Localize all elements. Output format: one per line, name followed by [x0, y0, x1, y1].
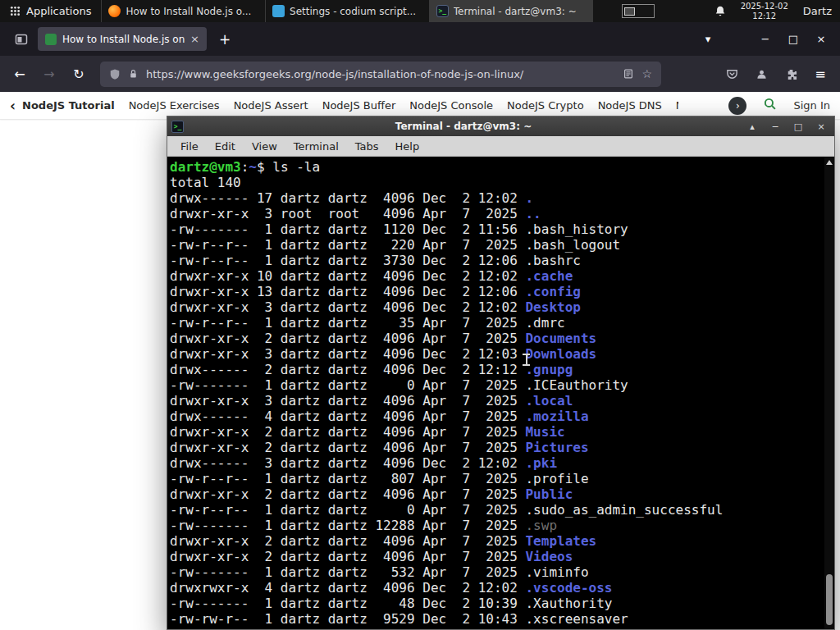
gfg-nav-link[interactable]: NodeJS Buffer	[322, 99, 396, 112]
file-name: .viminfo	[525, 564, 588, 580]
file-meta: drwxr-xr-x 13 dartz dartz 4096 Dec 2 12:…	[170, 284, 525, 299]
panel-clock-date: 2025-12-02	[741, 2, 788, 11]
workspace-switcher[interactable]	[622, 4, 655, 18]
firefox-icon	[108, 5, 121, 17]
mouse-text-cursor	[523, 354, 530, 368]
gfg-nav-link[interactable]: NodeJS Assert	[234, 99, 308, 112]
terminal-menu-terminal[interactable]: Terminal	[285, 140, 347, 153]
hamburger-menu-icon[interactable]: ≡	[807, 62, 833, 86]
taskbar-button[interactable]: How to Install Node.js o...	[101, 0, 265, 22]
file-name: .config	[525, 284, 580, 299]
terminal-scrollbar[interactable]	[824, 157, 834, 629]
file-meta: drwx------ 2 dartz dartz 4096 Dec 2 12:1…	[170, 362, 525, 377]
pocket-icon[interactable]	[719, 62, 745, 86]
gfg-search-icon[interactable]	[763, 97, 777, 114]
file-name: ..	[525, 206, 541, 221]
terminal-minimize-button[interactable]: −	[766, 118, 784, 135]
terminal-line: drwxr-xr-x 2 dartz dartz 4096 Apr 7 2025…	[170, 486, 834, 502]
forward-button[interactable]: →	[36, 62, 62, 86]
file-meta: drwxr-xr-x 3 dartz dartz 4096 Dec 2 12:0…	[170, 346, 525, 362]
scrollbar-up-arrow-icon[interactable]	[826, 160, 833, 165]
reload-button[interactable]: ↻	[66, 62, 92, 86]
gfg-nav-link[interactable]: NodeJS Exercises	[129, 99, 220, 112]
file-meta: drwxrwxr-x 4 dartz dartz 4096 Dec 2 12:0…	[170, 580, 525, 596]
terminal-shade-button[interactable]: ▴	[743, 118, 761, 135]
terminal-maximize-button[interactable]: □	[789, 118, 807, 135]
terminal-line: -rw-r--r-- 1 dartz dartz 3730 Dec 2 12:0…	[170, 253, 834, 268]
lock-icon[interactable]	[128, 68, 139, 80]
terminal-icon: >_	[436, 5, 449, 17]
file-meta: -rw-r--r-- 1 dartz dartz 807 Apr 7 2025	[170, 471, 525, 486]
bookmark-star-icon[interactable]: ☆	[641, 67, 652, 80]
gfg-nav-link[interactable]: NodeJS Tutorial	[22, 99, 115, 112]
applications-menu-button[interactable]: Applications	[0, 0, 101, 22]
terminal-line: -rw------- 1 dartz dartz 532 Apr 7 2025 …	[170, 564, 834, 580]
terminal-line: drwxr-xr-x 3 dartz dartz 4096 Apr 7 2025…	[170, 393, 834, 409]
codium-icon	[272, 5, 285, 17]
terminal-body[interactable]: dartz@vm3:~$ ls -latotal 140drwx------ 1…	[167, 157, 834, 629]
back-button[interactable]: ←	[7, 62, 33, 86]
file-meta: -rw------- 1 dartz dartz 1120 Dec 2 11:5…	[170, 221, 525, 237]
reader-mode-icon[interactable]	[623, 68, 634, 80]
gfg-nav-link[interactable]: Node	[676, 99, 678, 112]
gfg-nav-link[interactable]: NodeJS Crypto	[507, 99, 584, 112]
terminal-line: -rw------- 1 dartz dartz 0 Apr 7 2025 .I…	[170, 377, 834, 393]
file-meta: drwx------ 4 dartz dartz 4096 Apr 7 2025	[170, 409, 525, 424]
gfg-nav-link[interactable]: NodeJS Console	[409, 99, 493, 112]
window-maximize-button[interactable]: □	[779, 28, 807, 51]
file-name: .vscode-oss	[525, 580, 612, 596]
file-meta: drwxr-xr-x 2 dartz dartz 4096 Apr 7 2025	[170, 424, 525, 440]
file-meta: drwxr-xr-x 2 dartz dartz 4096 Apr 7 2025	[170, 486, 525, 502]
file-meta: drwx------ 3 dartz dartz 4096 Dec 2 12:0…	[170, 455, 525, 471]
tracking-protection-shield-icon[interactable]	[109, 68, 121, 80]
terminal-window: >_ Terminal - dartz@vm3: ~ ▴ − □ × FileE…	[167, 116, 835, 630]
terminal-line: drwxr-xr-x 2 dartz dartz 4096 Apr 7 2025…	[170, 533, 834, 549]
panel-clock[interactable]: 2025-12-02 12:12	[741, 2, 788, 21]
list-all-tabs-chevron-icon[interactable]: ▾	[696, 33, 720, 45]
scrollbar-thumb[interactable]	[826, 574, 833, 625]
terminal-line: drwxr-xr-x 3 dartz dartz 4096 Dec 2 12:0…	[170, 299, 834, 315]
tab-close-icon[interactable]: ×	[190, 33, 199, 45]
terminal-line: drwxrwxr-x 4 dartz dartz 4096 Dec 2 12:0…	[170, 580, 834, 596]
panel-clock-time: 12:12	[741, 11, 788, 21]
terminal-menu-edit[interactable]: Edit	[207, 140, 244, 153]
terminal-line: -rw-r--r-- 1 dartz dartz 0 Apr 7 2025 .s…	[170, 502, 834, 518]
prompt-symbol: $	[257, 159, 272, 175]
file-name: Documents	[525, 331, 596, 346]
gfg-scroll-right-chevron-icon[interactable]: ›	[728, 97, 746, 115]
gfg-nav-link[interactable]: NodeJS DNS	[598, 99, 662, 112]
file-meta: drwxr-xr-x 10 dartz dartz 4096 Dec 2 12:…	[170, 268, 525, 284]
file-name: .profile	[525, 471, 588, 486]
toolbar-right-icons: ≡	[719, 62, 833, 86]
file-name: Pictures	[525, 440, 588, 455]
terminal-line: drwxr-xr-x 2 dartz dartz 4096 Apr 7 2025…	[170, 440, 834, 455]
gfg-scroll-left-chevron-icon[interactable]: ‹	[10, 98, 16, 114]
terminal-titlebar[interactable]: >_ Terminal - dartz@vm3: ~ ▴ − □ ×	[167, 116, 834, 136]
file-name: Templates	[525, 533, 596, 549]
taskbar-button[interactable]: >_Terminal - dartz@vm3: ~	[429, 0, 594, 22]
account-icon[interactable]	[748, 62, 774, 86]
terminal-close-button[interactable]: ×	[812, 118, 830, 135]
terminal-menubar: FileEditViewTerminalTabsHelp	[167, 136, 834, 157]
new-tab-button[interactable]: +	[213, 29, 236, 50]
terminal-menu-file[interactable]: File	[172, 140, 207, 153]
file-name: .mozilla	[525, 409, 588, 424]
window-minimize-button[interactable]: −	[751, 28, 779, 51]
file-meta: drwxr-xr-x 2 dartz dartz 4096 Apr 7 2025	[170, 331, 525, 346]
notifications-bell-icon[interactable]	[714, 5, 726, 17]
firefox-view-icon[interactable]	[10, 29, 33, 50]
extensions-puzzle-icon[interactable]	[778, 62, 804, 86]
window-close-button[interactable]: ×	[807, 28, 835, 51]
gfg-sign-in-button[interactable]: Sign In	[793, 99, 830, 112]
browser-tab-active[interactable]: How to Install Node.js on ×	[38, 27, 207, 51]
url-bar[interactable]: https://www.geeksforgeeks.org/node-js/in…	[100, 62, 661, 87]
file-name: .bash_history	[525, 221, 628, 237]
taskbar-button[interactable]: Settings - codium script...	[265, 0, 429, 22]
terminal-line: drwx------ 4 dartz dartz 4096 Apr 7 2025…	[170, 409, 834, 424]
terminal-menu-help[interactable]: Help	[387, 140, 428, 153]
file-name: .sudo_as_admin_successful	[525, 502, 723, 518]
file-name: .bash_logout	[525, 237, 620, 253]
terminal-menu-view[interactable]: View	[244, 140, 285, 153]
file-meta: drwxr-xr-x 3 dartz dartz 4096 Apr 7 2025	[170, 393, 525, 409]
terminal-menu-tabs[interactable]: Tabs	[347, 140, 387, 153]
